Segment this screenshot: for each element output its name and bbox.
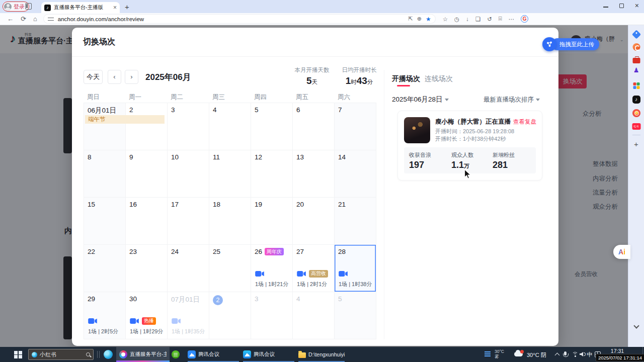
view-review-link[interactable]: 查看复盘 [513,118,536,126]
next-month-button[interactable]: › [125,70,138,84]
network-icon[interactable] [572,352,578,357]
close-button[interactable]: × [635,2,639,9]
shopping-tag-icon[interactable] [631,30,640,39]
taskbar-app-meeting[interactable]: 腾讯会议 [186,347,241,362]
calendar-day-cell[interactable]: 07月01日1场 | 1时35分 [168,292,209,339]
tab-workspace-icon[interactable] [25,3,32,10]
tab-close-icon[interactable]: × [113,4,117,11]
tray-expand-icon[interactable] [555,353,560,358]
presentation-icon[interactable] [632,43,640,51]
calendar-day-cell[interactable]: 10 [168,150,209,198]
url-text[interactable]: anchor.douyin.com/anchor/review [58,16,405,22]
calendar-day-cell[interactable]: 4 [293,292,335,339]
workspaces-briefcase-icon[interactable]: ⌸ [499,16,502,22]
google-profile-icon[interactable]: G [521,15,528,23]
calendar-day-cell[interactable]: 6 [293,103,335,150]
calendar-day-cell[interactable]: 12 [251,150,293,198]
news-feed-icon[interactable] [485,351,491,357]
calendar-day-cell[interactable]: 25 [209,245,251,292]
calendar-day-cell[interactable]: 291场 | 2时5分 [84,292,126,339]
calendar-day-cell[interactable]: 11 [209,150,251,198]
calendar-day-cell[interactable]: 20 [293,198,335,245]
calendar-day-cell[interactable]: 06月01日端午节 [84,103,126,150]
collections-icon[interactable]: ❏ [475,16,480,23]
bookmark-filled-icon[interactable]: ★ [426,16,431,23]
date-filter-dropdown[interactable]: 2025年06月28日 [392,95,449,104]
green-app-icon[interactable] [172,350,180,358]
favorites-icon[interactable]: ☆ [443,16,448,23]
minimize-button[interactable] [603,7,608,8]
calendar-day-cell[interactable]: 9 [126,150,168,198]
douyin-app-icon[interactable]: ♪ [632,96,640,104]
taskbar-active-app[interactable]: 直播服务平台-主播... [116,347,170,362]
calendar-day-cell[interactable]: 24 [168,245,209,292]
speaker-icon[interactable] [580,352,583,356]
calendar-day-cell[interactable]: 21 [335,198,376,245]
new-tab-button[interactable]: + [125,3,129,11]
taskbar-app-meeting-2[interactable]: 腾讯会议 [241,347,296,362]
chevron-down-icon[interactable] [633,323,639,328]
calendar-day-cell[interactable]: 22 [84,245,126,292]
calendar-day-cell[interactable]: 2 [126,103,168,150]
ai-assistant-button[interactable]: Ai [613,245,630,259]
calendar-day-cell[interactable]: 281场 | 1时38分 [335,245,376,292]
home-icon[interactable]: ⌂ [33,15,37,23]
browser-tab[interactable]: ♪ 直播服务平台-主播版 × [41,2,120,13]
weather-widget-2[interactable]: 30°C 阴 [527,351,546,359]
edge-taskbar-icon[interactable] [104,350,113,359]
tab-link-sessions[interactable]: 连线场次 [425,74,453,83]
zoom-icon[interactable]: ⊕ [417,16,422,22]
weather-widget-1[interactable]: 30°C雾 [495,349,504,359]
microphone-icon[interactable] [564,351,567,355]
prev-month-button[interactable]: ‹ [108,70,121,84]
calendar-day-cell[interactable]: 3 [251,292,293,339]
downloads-icon[interactable]: ↓ [466,16,469,22]
toolbox-icon[interactable] [632,58,640,63]
ime-language-indicator[interactable]: 中 [587,351,593,358]
calendar-day-cell[interactable]: 27高营收1场 | 2时1分 [293,245,335,292]
site-settings-icon[interactable] [48,17,54,22]
xiaohongshu-icon[interactable]: 红书 [632,123,640,130]
tab-live-sessions[interactable]: 开播场次 [392,74,420,83]
games-chess-icon[interactable]: ♟ [633,66,639,74]
calendar-day-cell[interactable]: 14 [335,150,376,198]
calendar-day-cell[interactable]: 15 [84,198,126,245]
calendar-day-cell[interactable]: 16 [126,198,168,245]
calendar-day-cell[interactable]: 3 [168,103,209,150]
calendar-day-cell[interactable]: 26周年庆1场 | 1时21分 [251,245,293,292]
taskbar-folder-window[interactable]: D:\tengxunhuiyi [296,347,347,362]
calendar-day-cell[interactable]: 19 [251,198,293,245]
start-button[interactable] [14,351,23,359]
calendar-day-cell[interactable]: 2 [209,292,251,339]
weather-cloud-icon[interactable] [514,352,523,356]
calendar-day-cell[interactable]: 5 [251,103,293,150]
rewind-icon[interactable]: ↺ [487,16,492,23]
back-icon[interactable]: ← [7,15,14,23]
calendar-day-cell[interactable]: 4 [209,103,251,150]
calendar-day-cell[interactable]: 18 [209,198,251,245]
calendar-day-cell[interactable]: 5 [335,292,376,339]
calendar-day-cell[interactable]: 8 [84,150,126,198]
drag-upload-pill[interactable]: 拖拽至此上传 [542,37,599,51]
more-menu-icon[interactable]: ⋯ [509,16,515,23]
add-sidebar-app-icon[interactable]: + [634,140,638,148]
refresh-icon[interactable]: ⟳ [21,15,26,23]
calendar-day-cell[interactable]: 17 [168,198,209,245]
taskbar-search-box[interactable]: 小红书 [28,349,94,360]
taskbar-clock[interactable]: 17:31 [605,348,630,354]
send-to-device-icon[interactable]: ⇱ [409,16,413,22]
month-label: 2025年06月 [145,71,191,83]
history-clock-icon[interactable]: ◷ [454,16,459,23]
restore-button[interactable] [619,4,624,8]
calendar-day-cell[interactable]: 23 [126,245,168,292]
calendar-day-cell[interactable]: 30热播1场 | 1时29分 [126,292,168,339]
apps-grid-icon[interactable] [633,82,639,89]
event-badge: 热播 [142,317,156,325]
address-bar[interactable]: anchor.douyin.com/anchor/review ⇱ ⊕ ★ [43,14,436,24]
calendar-day-cell[interactable]: 7 [335,103,376,150]
weibo-icon[interactable] [632,109,640,117]
calendar-day-cell[interactable]: 13 [293,150,335,198]
sort-dropdown[interactable]: 最新直播场次排序 [484,96,540,104]
edge-mini-icon [32,352,37,357]
today-button[interactable]: 今天 [84,70,103,84]
